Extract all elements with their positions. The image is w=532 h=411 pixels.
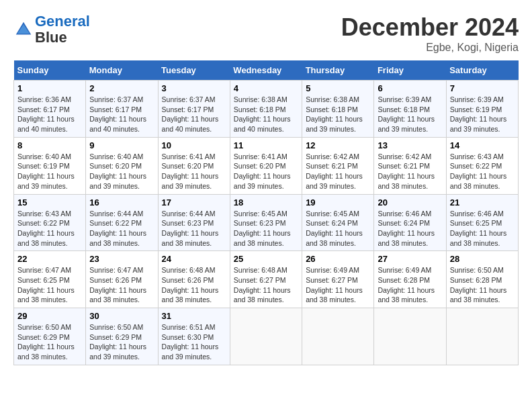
day-number: 31: [162, 311, 226, 321]
day-info: Sunrise: 6:37 AMSunset: 6:17 PMDaylight:…: [89, 95, 154, 134]
calendar-cell: 12Sunrise: 6:42 AMSunset: 6:21 PMDayligh…: [302, 137, 374, 194]
logo: GeneralBlue: [13, 13, 90, 46]
day-number: 15: [17, 197, 82, 208]
calendar-cell: 1Sunrise: 6:36 AMSunset: 6:17 PMDaylight…: [14, 81, 86, 138]
day-info: Sunrise: 6:40 AMSunset: 6:19 PMDaylight:…: [17, 152, 82, 191]
calendar-cell: 28Sunrise: 6:50 AMSunset: 6:28 PMDayligh…: [446, 251, 518, 308]
day-number: 7: [450, 83, 515, 93]
calendar-cell: 11Sunrise: 6:41 AMSunset: 6:20 PMDayligh…: [230, 137, 302, 194]
week-row-5: 29Sunrise: 6:50 AMSunset: 6:29 PMDayligh…: [14, 308, 519, 365]
title-area: December 2024 Egbe, Kogi, Nigeria: [341, 13, 519, 54]
day-info: Sunrise: 6:46 AMSunset: 6:25 PMDaylight:…: [450, 209, 515, 248]
day-number: 11: [234, 140, 298, 150]
day-info: Sunrise: 6:45 AMSunset: 6:24 PMDaylight:…: [306, 209, 370, 248]
day-number: 6: [378, 83, 442, 93]
day-number: 29: [17, 311, 82, 321]
calendar-cell: 9Sunrise: 6:40 AMSunset: 6:20 PMDaylight…: [86, 137, 158, 194]
calendar-cell: 13Sunrise: 6:42 AMSunset: 6:21 PMDayligh…: [374, 137, 446, 194]
calendar-cell: 3Sunrise: 6:37 AMSunset: 6:17 PMDaylight…: [158, 81, 230, 138]
day-info: Sunrise: 6:38 AMSunset: 6:18 PMDaylight:…: [234, 95, 298, 134]
day-number: 23: [89, 254, 154, 264]
day-info: Sunrise: 6:36 AMSunset: 6:17 PMDaylight:…: [17, 95, 82, 134]
day-header-monday: Monday: [86, 60, 158, 81]
month-title: December 2024: [341, 13, 519, 42]
day-info: Sunrise: 6:40 AMSunset: 6:20 PMDaylight:…: [89, 152, 154, 191]
week-row-1: 1Sunrise: 6:36 AMSunset: 6:17 PMDaylight…: [14, 81, 519, 138]
day-number: 14: [450, 140, 515, 150]
day-info: Sunrise: 6:51 AMSunset: 6:30 PMDaylight:…: [162, 322, 226, 362]
day-info: Sunrise: 6:49 AMSunset: 6:27 PMDaylight:…: [306, 265, 370, 305]
day-info: Sunrise: 6:47 AMSunset: 6:25 PMDaylight:…: [17, 265, 82, 305]
day-info: Sunrise: 6:45 AMSunset: 6:23 PMDaylight:…: [234, 209, 298, 248]
day-info: Sunrise: 6:50 AMSunset: 6:28 PMDaylight:…: [450, 265, 515, 305]
day-number: 30: [89, 311, 154, 321]
day-header-saturday: Saturday: [446, 60, 518, 81]
day-info: Sunrise: 6:43 AMSunset: 6:22 PMDaylight:…: [450, 152, 515, 191]
day-number: 18: [234, 197, 298, 208]
calendar-cell: 5Sunrise: 6:38 AMSunset: 6:18 PMDaylight…: [302, 81, 374, 138]
day-number: 4: [234, 83, 298, 93]
day-number: 1: [17, 83, 82, 93]
day-info: Sunrise: 6:50 AMSunset: 6:29 PMDaylight:…: [17, 322, 82, 362]
page-header: GeneralBlue December 2024 Egbe, Kogi, Ni…: [13, 13, 519, 54]
calendar-cell: 8Sunrise: 6:40 AMSunset: 6:19 PMDaylight…: [14, 137, 86, 194]
day-number: 3: [162, 83, 226, 93]
calendar-cell: 20Sunrise: 6:46 AMSunset: 6:24 PMDayligh…: [374, 194, 446, 251]
calendar-cell: 31Sunrise: 6:51 AMSunset: 6:30 PMDayligh…: [158, 308, 230, 365]
day-info: Sunrise: 6:47 AMSunset: 6:26 PMDaylight:…: [89, 265, 154, 305]
week-row-3: 15Sunrise: 6:43 AMSunset: 6:22 PMDayligh…: [14, 194, 519, 251]
day-info: Sunrise: 6:37 AMSunset: 6:17 PMDaylight:…: [162, 95, 226, 134]
calendar-cell: 6Sunrise: 6:39 AMSunset: 6:18 PMDaylight…: [374, 81, 446, 138]
day-info: Sunrise: 6:42 AMSunset: 6:21 PMDaylight:…: [378, 152, 442, 191]
calendar-table: SundayMondayTuesdayWednesdayThursdayFrid…: [13, 60, 519, 365]
day-info: Sunrise: 6:39 AMSunset: 6:19 PMDaylight:…: [450, 95, 515, 134]
calendar-cell: 24Sunrise: 6:48 AMSunset: 6:26 PMDayligh…: [158, 251, 230, 308]
calendar-cell: 30Sunrise: 6:50 AMSunset: 6:29 PMDayligh…: [86, 308, 158, 365]
calendar-cell: 23Sunrise: 6:47 AMSunset: 6:26 PMDayligh…: [86, 251, 158, 308]
day-number: 24: [162, 254, 226, 264]
day-number: 28: [450, 254, 515, 264]
day-info: Sunrise: 6:50 AMSunset: 6:29 PMDaylight:…: [89, 322, 154, 362]
day-info: Sunrise: 6:42 AMSunset: 6:21 PMDaylight:…: [306, 152, 370, 191]
day-number: 16: [89, 197, 154, 208]
calendar-cell: 26Sunrise: 6:49 AMSunset: 6:27 PMDayligh…: [302, 251, 374, 308]
calendar-cell: 29Sunrise: 6:50 AMSunset: 6:29 PMDayligh…: [14, 308, 86, 365]
calendar-cell: 15Sunrise: 6:43 AMSunset: 6:22 PMDayligh…: [14, 194, 86, 251]
calendar-cell: 2Sunrise: 6:37 AMSunset: 6:17 PMDaylight…: [86, 81, 158, 138]
days-header-row: SundayMondayTuesdayWednesdayThursdayFrid…: [14, 60, 519, 81]
day-number: 27: [378, 254, 442, 264]
logo-text: GeneralBlue: [35, 13, 90, 46]
day-info: Sunrise: 6:39 AMSunset: 6:18 PMDaylight:…: [378, 95, 442, 134]
day-header-thursday: Thursday: [302, 60, 374, 81]
day-number: 9: [89, 140, 154, 150]
location: Egbe, Kogi, Nigeria: [341, 42, 519, 54]
day-number: 25: [234, 254, 298, 264]
day-header-tuesday: Tuesday: [158, 60, 230, 81]
day-number: 22: [17, 254, 82, 264]
day-number: 10: [162, 140, 226, 150]
day-header-friday: Friday: [374, 60, 446, 81]
day-number: 17: [162, 197, 226, 208]
day-number: 12: [306, 140, 370, 150]
day-number: 8: [17, 140, 82, 150]
calendar-cell: [302, 308, 374, 365]
calendar-cell: 4Sunrise: 6:38 AMSunset: 6:18 PMDaylight…: [230, 81, 302, 138]
day-info: Sunrise: 6:48 AMSunset: 6:27 PMDaylight:…: [234, 265, 298, 305]
calendar-cell: [374, 308, 446, 365]
day-info: Sunrise: 6:44 AMSunset: 6:22 PMDaylight:…: [89, 209, 154, 248]
calendar-cell: [230, 308, 302, 365]
week-row-4: 22Sunrise: 6:47 AMSunset: 6:25 PMDayligh…: [14, 251, 519, 308]
calendar-cell: 10Sunrise: 6:41 AMSunset: 6:20 PMDayligh…: [158, 137, 230, 194]
day-header-sunday: Sunday: [14, 60, 86, 81]
day-number: 2: [89, 83, 154, 93]
calendar-cell: 18Sunrise: 6:45 AMSunset: 6:23 PMDayligh…: [230, 194, 302, 251]
calendar-cell: 16Sunrise: 6:44 AMSunset: 6:22 PMDayligh…: [86, 194, 158, 251]
calendar-cell: 21Sunrise: 6:46 AMSunset: 6:25 PMDayligh…: [446, 194, 518, 251]
day-info: Sunrise: 6:46 AMSunset: 6:24 PMDaylight:…: [378, 209, 442, 248]
logo-icon: [13, 19, 34, 40]
day-number: 13: [378, 140, 442, 150]
calendar-cell: [446, 308, 518, 365]
day-info: Sunrise: 6:41 AMSunset: 6:20 PMDaylight:…: [234, 152, 298, 191]
day-header-wednesday: Wednesday: [230, 60, 302, 81]
calendar-cell: 27Sunrise: 6:49 AMSunset: 6:28 PMDayligh…: [374, 251, 446, 308]
